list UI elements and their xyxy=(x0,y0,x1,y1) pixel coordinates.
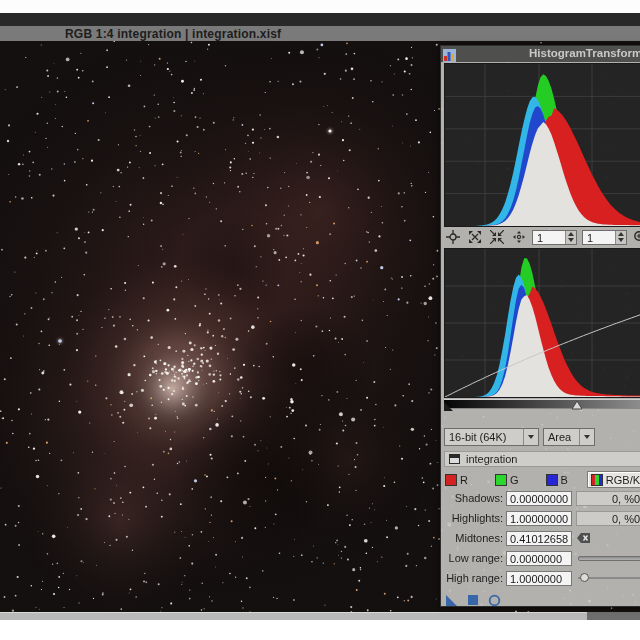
low-range-input[interactable]: 0.0000000 xyxy=(506,551,572,566)
slider-track xyxy=(578,556,640,561)
midtones-reset-button[interactable] xyxy=(577,532,591,545)
chevron-down-icon xyxy=(579,429,594,445)
midtones-row: Midtones: 0.41012658 xyxy=(444,528,640,548)
midtones-input[interactable]: 0.41012658 xyxy=(506,531,572,546)
readout-options-row: 16-bit (64K) Area xyxy=(444,428,640,446)
view-name: integration xyxy=(466,453,517,465)
slider-handle[interactable] xyxy=(580,573,589,582)
histogram-transformation-dialog: HistogramTransformation xyxy=(440,45,640,607)
vertical-zoom-spinner[interactable]: 1 xyxy=(582,230,627,245)
apply-global-square-icon[interactable] xyxy=(467,594,479,606)
green-swatch-icon xyxy=(495,474,507,486)
shadows-input[interactable]: 0.00000000 xyxy=(506,491,572,506)
horizontal-zoom-value: 1 xyxy=(533,231,565,244)
highlights-clipping-readout: 0, %0 xyxy=(576,511,640,526)
shadows-label: Shadows: xyxy=(444,492,506,504)
shrink-button[interactable] xyxy=(488,230,505,245)
dialog-title: HistogramTransformation xyxy=(529,47,640,59)
bit-depth-value: 16-bit (64K) xyxy=(445,431,523,443)
dialog-action-row xyxy=(445,592,640,608)
chevron-down-icon xyxy=(523,429,538,445)
output-histogram-plot[interactable] xyxy=(444,63,640,227)
red-swatch-icon xyxy=(445,474,457,486)
pixinsight-workspace: RGB 1:4 integration | integration.xisf H… xyxy=(0,0,640,640)
channel-green-button[interactable]: G xyxy=(495,474,519,486)
shadows-clipping-readout: 0, %0 xyxy=(576,491,640,506)
readout-mode-value: Area xyxy=(544,431,579,443)
channel-rgbk-button[interactable]: RGB/K xyxy=(587,471,640,488)
expand-button[interactable] xyxy=(466,230,483,245)
desktop-strip xyxy=(0,0,640,13)
view-selector-button[interactable]: integration xyxy=(444,451,640,467)
rgb-swatch-icon xyxy=(591,474,603,486)
horizontal-zoom-spinner[interactable]: 1 xyxy=(532,230,577,245)
workspace-bottom-bar-corner xyxy=(587,612,640,620)
highlights-label: Highlights: xyxy=(444,512,506,524)
channel-selector-row: R G B RGB/K A xyxy=(444,471,640,488)
highlights-input[interactable]: 1.00000000 xyxy=(506,511,572,526)
dialog-titlebar[interactable]: HistogramTransformation xyxy=(441,46,640,62)
low-range-label: Low range: xyxy=(444,552,506,564)
menu-bar xyxy=(0,13,640,26)
window-icon xyxy=(449,454,460,464)
workspace-bottom-bar xyxy=(0,612,587,620)
shadows-marker[interactable] xyxy=(444,402,453,411)
channel-blue-button[interactable]: B xyxy=(546,474,568,486)
image-window-title: RGB 1:4 integration | integration.xisf xyxy=(0,27,281,41)
high-range-slider[interactable] xyxy=(578,577,640,579)
high-range-label: High range: xyxy=(444,572,506,584)
histogram-toolbar: 1 1 xyxy=(444,227,640,247)
high-range-row: High range: 1.0000000 xyxy=(444,568,640,588)
zoom-in-button[interactable] xyxy=(632,230,640,245)
pan-button[interactable] xyxy=(510,230,527,245)
track-cursor-button[interactable] xyxy=(444,230,461,245)
realtime-circle-icon[interactable] xyxy=(488,594,501,607)
histogram-slider-bar[interactable] xyxy=(444,399,640,409)
spinner-arrows[interactable] xyxy=(615,231,626,244)
readout-mode-select[interactable]: Area xyxy=(543,428,595,446)
low-range-row: Low range: 0.0000000 xyxy=(444,548,640,568)
image-window-titlebar[interactable]: RGB 1:4 integration | integration.xisf xyxy=(0,26,640,41)
midtones-label: Midtones: xyxy=(444,532,506,544)
spinner-arrows[interactable] xyxy=(565,231,576,244)
low-range-slider[interactable] xyxy=(578,556,640,561)
apply-triangle-icon[interactable] xyxy=(445,594,458,607)
bit-depth-select[interactable]: 16-bit (64K) xyxy=(444,428,539,446)
shadows-row: Shadows: 0.00000000 0, %0 xyxy=(444,488,640,508)
input-histogram-plot[interactable] xyxy=(444,248,640,398)
high-range-input[interactable]: 1.0000000 xyxy=(506,571,572,586)
vertical-zoom-value: 1 xyxy=(583,231,615,244)
midtones-marker[interactable] xyxy=(571,401,583,410)
blue-swatch-icon xyxy=(546,474,558,486)
channel-red-button[interactable]: R xyxy=(445,474,468,486)
highlights-row: Highlights: 1.00000000 0, %0 xyxy=(444,508,640,528)
histogram-tool-icon xyxy=(443,48,456,61)
